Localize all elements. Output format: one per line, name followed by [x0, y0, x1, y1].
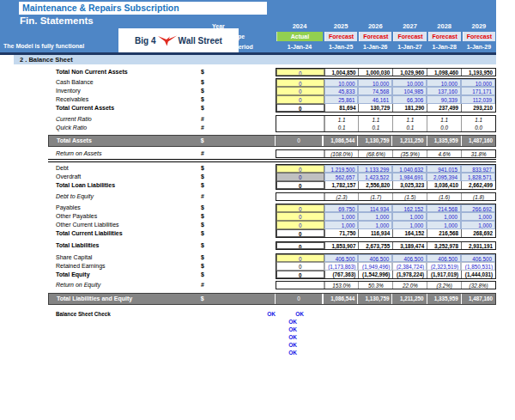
- value-cell[interactable]: 406,500: [358, 254, 392, 262]
- value-cell[interactable]: 66,306: [392, 95, 427, 104]
- value-cell[interactable]: 112,039: [461, 95, 495, 104]
- value-cell[interactable]: 1,423,522: [358, 173, 392, 181]
- value-cell[interactable]: 1,000: [427, 212, 461, 221]
- input-cell[interactable]: 0: [276, 254, 324, 262]
- value-cell[interactable]: 2,095,394: [427, 173, 461, 181]
- value-cell[interactable]: 0: [276, 271, 324, 278]
- input-cell[interactable]: 0: [276, 173, 324, 181]
- value-cell[interactable]: 833,927: [461, 165, 495, 173]
- value-cell[interactable]: 1,828,571: [461, 173, 495, 181]
- value-cell[interactable]: 1.1: [358, 116, 392, 124]
- value-cell[interactable]: 4.6%: [427, 150, 461, 157]
- input-cell[interactable]: 0: [276, 87, 324, 95]
- value-cell[interactable]: 25,861: [324, 95, 359, 104]
- value-cell[interactable]: 0: [276, 242, 324, 249]
- value-cell[interactable]: 1,086,544: [323, 294, 357, 304]
- value-cell[interactable]: 1,487,160: [461, 294, 495, 304]
- value-cell[interactable]: 3,036,410: [427, 181, 461, 189]
- value-cell[interactable]: 0: [276, 181, 324, 189]
- value-cell[interactable]: (1,173,863): [324, 262, 359, 271]
- input-cell[interactable]: 0: [276, 221, 324, 229]
- value-cell[interactable]: (1.5): [392, 193, 427, 200]
- value-cell[interactable]: [276, 124, 324, 131]
- value-cell[interactable]: [276, 193, 324, 200]
- value-cell[interactable]: [276, 150, 324, 157]
- value-cell[interactable]: 406,500: [324, 254, 359, 262]
- value-cell[interactable]: 71,750: [324, 229, 359, 237]
- value-cell[interactable]: 1,487,160: [461, 136, 495, 146]
- value-cell[interactable]: 0.1: [324, 124, 359, 131]
- value-cell[interactable]: (35.9%): [392, 150, 427, 157]
- value-cell[interactable]: 10,000: [324, 79, 359, 87]
- value-cell[interactable]: (1.8): [461, 193, 495, 200]
- value-cell[interactable]: (108.0%): [324, 150, 359, 157]
- value-cell[interactable]: (1.7): [358, 193, 392, 200]
- value-cell[interactable]: (1.6): [427, 193, 461, 200]
- value-cell[interactable]: 50.3%: [358, 282, 392, 289]
- value-cell[interactable]: (2,384,724): [392, 262, 427, 271]
- value-cell[interactable]: 0.1: [392, 124, 427, 131]
- value-cell[interactable]: 3,189,474: [392, 242, 427, 249]
- value-cell[interactable]: 1,000: [392, 221, 427, 229]
- value-cell[interactable]: 69,750: [324, 204, 359, 212]
- input-cell[interactable]: 0: [276, 79, 324, 87]
- value-cell[interactable]: 104,985: [392, 87, 427, 95]
- value-cell[interactable]: 0: [276, 262, 324, 271]
- value-cell[interactable]: 1,098,460: [427, 69, 461, 76]
- value-cell[interactable]: (1,444,031): [461, 271, 495, 278]
- value-cell[interactable]: 1,004,850: [324, 69, 359, 76]
- value-cell[interactable]: 2,673,755: [358, 242, 392, 249]
- input-cell[interactable]: 0: [276, 165, 324, 173]
- value-cell[interactable]: 137,160: [427, 87, 461, 95]
- value-cell[interactable]: 1.1: [427, 116, 461, 124]
- value-cell[interactable]: (68.6%): [358, 150, 392, 157]
- input-cell[interactable]: 0: [276, 212, 324, 221]
- value-cell[interactable]: 1,193,950: [461, 69, 495, 76]
- value-cell[interactable]: 130,729: [358, 104, 392, 112]
- value-cell[interactable]: 1,000: [461, 221, 495, 229]
- value-cell[interactable]: (2,323,519): [427, 262, 461, 271]
- value-cell[interactable]: 22.0%: [392, 282, 427, 289]
- value-cell[interactable]: 1,000: [324, 221, 359, 229]
- value-cell[interactable]: 0: [276, 229, 324, 237]
- value-cell[interactable]: 406,500: [461, 254, 495, 262]
- value-cell[interactable]: 10,000: [427, 79, 461, 87]
- value-cell[interactable]: 90,339: [427, 95, 461, 104]
- value-cell[interactable]: [276, 116, 324, 124]
- value-cell[interactable]: 153.0%: [324, 282, 359, 289]
- value-cell[interactable]: 1,000,030: [358, 69, 392, 76]
- input-cell[interactable]: 0: [276, 69, 324, 76]
- value-cell[interactable]: 74,568: [358, 87, 392, 95]
- value-cell[interactable]: 1,029,960: [392, 69, 427, 76]
- value-cell[interactable]: 1,040,632: [392, 165, 427, 173]
- value-cell[interactable]: 266,692: [461, 204, 495, 212]
- value-cell[interactable]: 1.1: [324, 116, 359, 124]
- value-cell[interactable]: (1,917,019): [427, 271, 461, 278]
- value-cell[interactable]: 181,290: [392, 104, 427, 112]
- value-cell[interactable]: 293,210: [461, 104, 495, 112]
- value-cell[interactable]: 81,694: [324, 104, 359, 112]
- value-cell[interactable]: 162,152: [392, 204, 427, 212]
- value-cell[interactable]: (1,978,224): [392, 271, 427, 278]
- value-cell[interactable]: (767,363): [324, 271, 359, 278]
- value-cell[interactable]: 0.0: [461, 124, 495, 131]
- value-cell[interactable]: 237,499: [427, 104, 461, 112]
- value-cell[interactable]: (1,542,996): [358, 271, 392, 278]
- input-cell[interactable]: 0: [276, 95, 324, 104]
- value-cell[interactable]: 171,171: [461, 87, 495, 95]
- value-cell[interactable]: 114,934: [358, 204, 392, 212]
- value-cell[interactable]: 1,782,157: [324, 181, 359, 189]
- value-cell[interactable]: 10,000: [392, 79, 427, 87]
- value-cell[interactable]: 31.8%: [461, 150, 495, 157]
- value-cell[interactable]: 46,161: [358, 95, 392, 104]
- value-cell[interactable]: 1,130,759: [357, 136, 391, 146]
- value-cell[interactable]: 268,692: [461, 229, 495, 237]
- value-cell[interactable]: 1,219,500: [324, 165, 359, 173]
- value-cell[interactable]: 1,000: [324, 212, 359, 221]
- value-cell[interactable]: 1,211,250: [391, 294, 426, 304]
- value-cell[interactable]: 0: [276, 104, 324, 112]
- value-cell[interactable]: 1,211,250: [391, 136, 426, 146]
- value-cell[interactable]: 2,931,191: [461, 242, 495, 249]
- value-cell[interactable]: 1,000: [392, 212, 427, 221]
- value-cell[interactable]: 941,015: [427, 165, 461, 173]
